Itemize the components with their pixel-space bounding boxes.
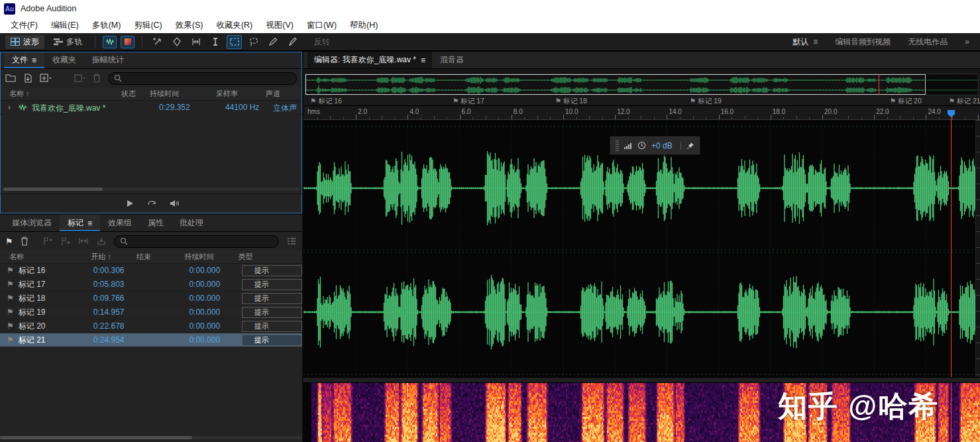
volume-hud[interactable]: +0 dB	[610, 136, 700, 155]
new-file-icon[interactable]	[40, 74, 52, 83]
add-marker-icon[interactable]: ⚑	[5, 237, 13, 247]
markers-table-header[interactable]: 名称开始 ↑结束持续时间类型	[0, 250, 302, 264]
marker-start-time[interactable]: 0:09.766	[93, 294, 140, 303]
ruler-marker-flag[interactable]: ⚑标记 16	[310, 97, 342, 106]
export-markers-icon[interactable]	[96, 237, 107, 246]
hud-clock-icon[interactable]	[637, 141, 646, 150]
menu-item[interactable]: 帮助(H)	[343, 17, 384, 33]
marker-name[interactable]: 标记 19	[19, 307, 93, 318]
marker-list-view-icon[interactable]	[286, 237, 297, 246]
marker-row[interactable]: ⚑标记 170:05.8030:00.000提示	[0, 278, 302, 292]
column-header[interactable]: 结束	[136, 252, 184, 262]
file-row[interactable]: › 我喜欢你_底噪.wav * 0:29.352 44100 Hz 立体声	[0, 101, 302, 115]
slip-tool[interactable]	[188, 35, 203, 49]
column-header[interactable]: 持续时间	[150, 89, 216, 99]
marker-row[interactable]: ⚑标记 160:00.3060:00.000提示	[0, 264, 302, 278]
delete-marker-icon[interactable]	[21, 237, 28, 246]
markers-search-input[interactable]	[132, 237, 273, 245]
ruler-marker-flag[interactable]: ⚑标记 20	[890, 97, 922, 106]
waveform-display[interactable]: +0 dB	[303, 120, 980, 377]
paintbrush-selection-tool[interactable]	[265, 35, 280, 49]
marker-start-time[interactable]: 0:00.306	[93, 266, 140, 275]
files-table-header[interactable]: 名称 ↑状态持续时间采样率声道	[0, 87, 302, 101]
menu-item[interactable]: 多轨(M)	[85, 17, 128, 33]
workspace-menu-icon[interactable]: ≡	[813, 37, 818, 46]
column-header[interactable]: 类型	[238, 252, 302, 262]
insert-into-multitrack-icon[interactable]	[74, 74, 85, 83]
menu-item[interactable]: 效果(S)	[169, 17, 210, 33]
workspace-item[interactable]: 无线电作品	[908, 36, 948, 48]
column-header[interactable]: 名称 ↑	[0, 89, 121, 99]
spectral-display[interactable]: 知乎 @哈希	[303, 383, 980, 442]
overview-view-box[interactable]	[305, 74, 926, 95]
marker-duration[interactable]: 0:00.000	[189, 280, 241, 289]
tab-files[interactable]: 文件≡	[4, 52, 44, 68]
lasso-selection-tool[interactable]	[246, 35, 261, 49]
marker-start-time[interactable]: 0:22.678	[93, 321, 140, 331]
multitrack-view-button[interactable]: 多轨	[48, 35, 87, 49]
delete-file-icon[interactable]	[93, 74, 101, 83]
workspace-item[interactable]: 编辑音频到视频	[835, 36, 891, 48]
files-search-input[interactable]	[126, 74, 291, 82]
hud-grip-icon[interactable]	[616, 140, 619, 151]
playhead-line[interactable]	[951, 111, 952, 377]
column-header[interactable]: 名称	[0, 252, 91, 262]
column-header[interactable]: 声道	[266, 89, 302, 99]
time-selection-tool[interactable]	[207, 35, 223, 49]
ruler-marker-flag[interactable]: ⚑标记 18	[555, 97, 587, 106]
marker-type-dropdown[interactable]: 提示	[242, 307, 302, 318]
marker-name[interactable]: 标记 16	[19, 265, 93, 276]
marker-duration[interactable]: 0:00.000	[189, 266, 241, 275]
marker-name[interactable]: 标记 21	[19, 335, 93, 346]
time-ruler[interactable]: hms 2.04.06.08.010.012.014.016.018.020.0…	[303, 106, 980, 120]
marker-duration[interactable]: 0:00.000	[189, 294, 241, 303]
ruler-marker-flag[interactable]: ⚑标记 21	[949, 97, 980, 106]
auto-play-speaker-icon[interactable]	[170, 199, 180, 207]
marker-duration[interactable]: 0:00.000	[189, 321, 241, 331]
menu-item[interactable]: 视图(V)	[259, 17, 300, 33]
loop-playback-icon[interactable]	[147, 199, 156, 207]
marker-type-dropdown[interactable]: 提示	[242, 321, 302, 332]
workspace-current[interactable]: 默认≡	[792, 36, 818, 48]
wave-spectral-splitter[interactable]: ····	[303, 377, 980, 383]
markers-hscrollbar-thumb[interactable]	[0, 436, 192, 439]
overview-strip[interactable]	[305, 74, 979, 95]
marker-row[interactable]: ⚑标记 210:24.9540:00.000提示	[0, 333, 302, 347]
panel-menu-icon[interactable]: ≡	[87, 219, 92, 228]
reverse-button[interactable]: 反转	[314, 36, 330, 48]
play-button-icon[interactable]	[126, 199, 134, 207]
tab-media-browser[interactable]: 媒体浏览器	[4, 215, 60, 231]
marker-type-dropdown[interactable]: 提示	[242, 265, 302, 276]
marker-start-time[interactable]: 0:24.954	[93, 335, 140, 345]
tab-mixer[interactable]: 混音器	[433, 52, 470, 68]
tab-editor[interactable]: 编辑器: 我喜欢你_底噪.wav *≡	[307, 52, 432, 68]
column-header[interactable]: 开始 ↑	[91, 252, 137, 262]
column-header[interactable]: 状态	[121, 89, 150, 99]
files-search-box[interactable]	[108, 72, 297, 85]
marquee-selection-tool[interactable]	[227, 35, 242, 49]
marker-type-dropdown[interactable]: 提示	[242, 335, 302, 346]
hud-pin-icon[interactable]	[681, 142, 694, 150]
marker-name[interactable]: 标记 18	[19, 293, 93, 304]
expand-chevron-icon[interactable]: ›	[8, 103, 11, 112]
tab-properties[interactable]: 属性	[140, 215, 172, 231]
marker-name[interactable]: 标记 17	[19, 279, 93, 290]
menu-item[interactable]: 收藏夹(R)	[209, 17, 259, 33]
marker-type-dropdown[interactable]: 提示	[242, 279, 302, 290]
show-waveform-toggle[interactable]	[103, 36, 117, 48]
column-header[interactable]: 采样率	[216, 89, 266, 99]
tab-amplitude-statistics[interactable]: 振幅统计	[84, 52, 132, 68]
move-plus-tool[interactable]	[150, 35, 165, 49]
marker-range-icon[interactable]	[78, 237, 89, 246]
open-folder-icon[interactable]	[5, 74, 16, 83]
marker-row[interactable]: ⚑标记 180:09.7660:00.000提示	[0, 292, 302, 305]
import-file-icon[interactable]	[23, 74, 32, 83]
spot-healing-brush-tool[interactable]	[284, 35, 299, 49]
markers-search-box[interactable]	[114, 235, 279, 248]
marker-start-time[interactable]: 0:05.803	[93, 280, 140, 289]
panel-menu-icon[interactable]: ≡	[32, 56, 36, 65]
tab-batch-process[interactable]: 批处理	[172, 215, 211, 231]
ruler-marker-flag[interactable]: ⚑标记 19	[690, 97, 722, 106]
column-header[interactable]: 持续时间	[184, 252, 238, 262]
tab-effects-rack[interactable]: 效果组	[100, 215, 140, 231]
